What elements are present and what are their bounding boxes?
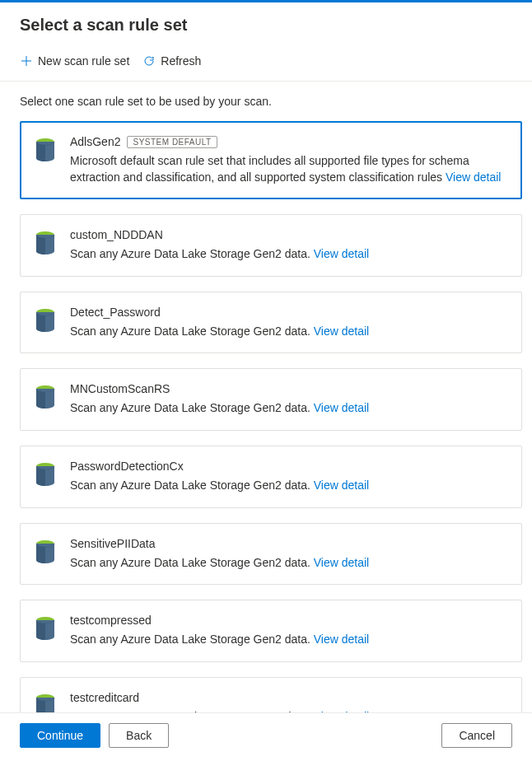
card-body: testcompressedScan any Azure Data Lake S… <box>70 614 505 648</box>
continue-button[interactable]: Continue <box>20 723 100 748</box>
rule-set-card[interactable]: testcompressedScan any Azure Data Lake S… <box>20 600 522 662</box>
toolbar: New scan rule set Refresh <box>0 44 532 82</box>
data-source-icon <box>34 539 57 565</box>
rule-set-card[interactable]: MNCustomScanRSScan any Azure Data Lake S… <box>20 368 522 431</box>
rule-set-description: Scan any Azure Data Lake Storage Gen2 da… <box>70 478 505 494</box>
refresh-button[interactable]: Refresh <box>142 51 201 71</box>
data-source-icon <box>34 307 57 334</box>
data-source-icon <box>34 137 57 163</box>
instruction-text: Select one scan rule set to be used by y… <box>0 82 532 118</box>
rule-set-card[interactable]: AdlsGen2SYSTEM DEFAULTMicrosoft default … <box>20 121 522 199</box>
rule-set-description: Scan any Azure Data Lake Storage Gen2 da… <box>70 246 505 263</box>
rule-set-card[interactable]: testcreditcardScan any Azure Data Lake S… <box>20 677 522 712</box>
view-detail-link[interactable]: View detail <box>314 556 369 569</box>
view-detail-link[interactable]: View detail <box>314 247 369 260</box>
view-detail-link[interactable]: View detail <box>314 633 369 646</box>
card-body: testcreditcardScan any Azure Data Lake S… <box>70 691 505 712</box>
data-source-icon <box>34 615 57 642</box>
rule-set-description: Scan any Azure Data Lake Storage Gen2 da… <box>70 400 505 417</box>
rule-set-description: Scan any Azure Data Lake Storage Gen2 da… <box>70 324 505 340</box>
new-scan-rule-set-label: New scan rule set <box>38 54 129 68</box>
rule-set-name: Detect_Password <box>70 306 161 319</box>
view-detail-link[interactable]: View detail <box>446 170 501 184</box>
card-body: PasswordDetectionCxScan any Azure Data L… <box>70 460 505 494</box>
data-source-icon <box>34 230 57 256</box>
rule-set-name: SensitivePIIData <box>70 537 156 550</box>
footer: Continue Back Cancel <box>0 712 532 761</box>
card-body: Detect_PasswordScan any Azure Data Lake … <box>70 306 505 340</box>
rule-set-list[interactable]: AdlsGen2SYSTEM DEFAULTMicrosoft default … <box>0 118 532 712</box>
rule-set-name: custom_NDDDAN <box>70 228 163 241</box>
back-button[interactable]: Back <box>109 723 169 748</box>
rule-set-description: Scan any Azure Data Lake Storage Gen2 da… <box>70 632 505 648</box>
rule-set-description: Microsoft default scan rule set that inc… <box>70 153 505 185</box>
rule-set-name: MNCustomScanRS <box>70 382 170 395</box>
view-detail-link[interactable]: View detail <box>314 324 369 338</box>
rule-set-name: testcompressed <box>70 614 152 627</box>
rule-set-name: PasswordDetectionCx <box>70 460 184 473</box>
rule-set-name: AdlsGen2 <box>70 135 120 148</box>
panel-header: Select a scan rule set <box>0 2 532 44</box>
card-body: MNCustomScanRSScan any Azure Data Lake S… <box>70 382 505 417</box>
card-body: SensitivePIIDataScan any Azure Data Lake… <box>70 537 505 572</box>
rule-set-card[interactable]: SensitivePIIDataScan any Azure Data Lake… <box>20 523 522 586</box>
data-source-icon <box>34 384 57 410</box>
system-default-badge: SYSTEM DEFAULT <box>127 136 217 148</box>
card-body: AdlsGen2SYSTEM DEFAULTMicrosoft default … <box>70 135 505 185</box>
page-title: Select a scan rule set <box>20 16 512 35</box>
view-detail-link[interactable]: View detail <box>314 479 369 492</box>
rule-set-name: testcreditcard <box>70 691 139 704</box>
view-detail-link[interactable]: View detail <box>314 401 369 414</box>
rule-set-card[interactable]: Detect_PasswordScan any Azure Data Lake … <box>20 292 522 354</box>
data-source-icon <box>34 693 57 712</box>
data-source-icon <box>34 461 57 488</box>
cancel-button[interactable]: Cancel <box>441 723 512 748</box>
new-scan-rule-set-button[interactable]: New scan rule set <box>20 51 129 71</box>
refresh-icon <box>142 54 156 68</box>
rule-set-card[interactable]: PasswordDetectionCxScan any Azure Data L… <box>20 446 522 508</box>
card-body: custom_NDDDANScan any Azure Data Lake St… <box>70 228 505 263</box>
rule-set-description: Scan any Azure Data Lake Storage Gen2 da… <box>70 555 505 572</box>
plus-icon <box>20 54 33 68</box>
rule-set-card[interactable]: custom_NDDDANScan any Azure Data Lake St… <box>20 214 522 277</box>
refresh-label: Refresh <box>161 54 201 68</box>
